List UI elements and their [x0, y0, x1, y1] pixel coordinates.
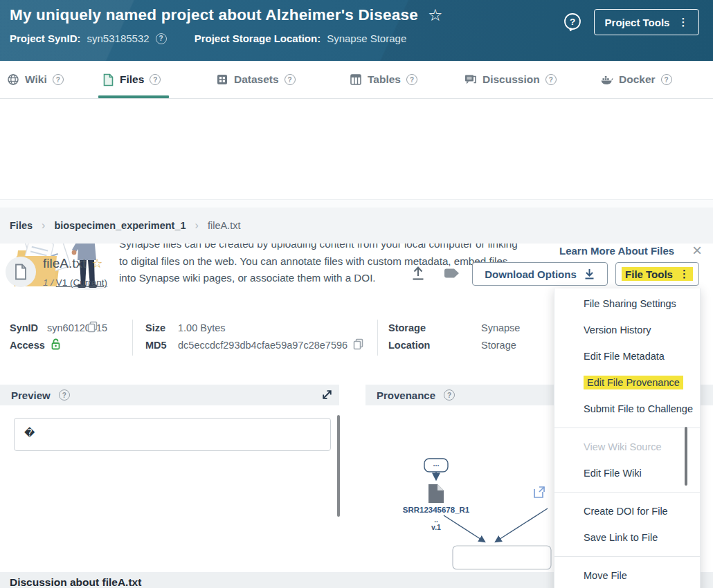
help-bubble-icon[interactable]: ?: [562, 12, 583, 33]
download-options-label: Download Options: [485, 268, 577, 280]
datasets-help-icon[interactable]: [285, 74, 296, 85]
synid-help-icon[interactable]: [156, 33, 167, 44]
annotations-button[interactable]: [443, 266, 460, 282]
tab-docker-label: Docker: [619, 73, 656, 86]
version-current-link[interactable]: V1 (Current): [56, 277, 107, 288]
menu-item-edit-file-metadata[interactable]: Edit File Metadata: [554, 343, 700, 369]
menu-item-edit-file-provenance[interactable]: Edit File Provenance: [554, 369, 700, 396]
project-synid-value: syn53185532: [87, 33, 150, 44]
entity-tab-bar: Wiki Files Datasets Tables Discussion Do…: [0, 61, 713, 99]
file-tools-button[interactable]: File Tools: [615, 262, 699, 286]
menu-item-create-doi-for-file[interactable]: Create DOI for File: [554, 498, 700, 524]
docker-help-icon[interactable]: [661, 74, 672, 85]
menu-item-label: Edit File Wiki: [584, 468, 642, 479]
table-icon: [350, 73, 362, 86]
undefined-node-label: ...: [433, 459, 439, 468]
copy-icon[interactable]: [87, 321, 98, 333]
tab-tables-label: Tables: [368, 73, 401, 86]
docker-whale-icon: [599, 73, 613, 86]
access-label: Access: [10, 340, 45, 351]
provenance-node-version: v.1: [431, 523, 441, 531]
tab-datasets-label: Datasets: [234, 73, 279, 86]
size-value: 1.00 Bytes: [178, 322, 226, 333]
tables-help-icon[interactable]: [406, 74, 417, 85]
menu-divider: [554, 556, 700, 557]
discussion-help-icon[interactable]: [545, 74, 557, 85]
file-glyph-icon: [14, 264, 28, 280]
provenance-activity-node[interactable]: [453, 546, 551, 569]
tab-files-label: Files: [120, 73, 144, 86]
file-favorite-star-icon[interactable]: ☆: [91, 257, 102, 270]
menu-item-label: Version History: [584, 324, 651, 336]
provenance-help-icon[interactable]: [444, 389, 455, 401]
datasets-grid-icon: [216, 73, 228, 86]
menu-item-version-history[interactable]: Version History: [554, 317, 700, 343]
kebab-menu-icon: [679, 268, 689, 280]
wiki-help-icon[interactable]: [53, 74, 64, 85]
storage-value-line2: Storage: [481, 340, 516, 351]
menu-item-submit-file-to-challenge[interactable]: Submit File to Challenge: [554, 396, 700, 422]
menu-item-file-sharing-settings[interactable]: File Sharing Settings: [554, 291, 700, 317]
md5-value: dc5eccdcf293db4cfae59a97c28e7596: [178, 340, 348, 351]
file-avatar: [6, 257, 36, 287]
file-tools-dropdown-menu: File Sharing Settings Version History Ed…: [554, 288, 701, 588]
preview-help-icon[interactable]: [59, 389, 70, 401]
menu-item-label: File Sharing Settings: [584, 298, 676, 309]
version-number: 1 /: [43, 277, 53, 288]
globe-icon: [7, 73, 19, 86]
tab-tables[interactable]: Tables: [350, 61, 417, 98]
download-options-button[interactable]: Download Options: [472, 262, 608, 286]
breadcrumb: Files biospecimen_experiment_1 fileA.txt: [0, 208, 713, 244]
menu-item-label: Save Link to File: [584, 532, 658, 543]
copy-icon[interactable]: [353, 338, 363, 350]
provenance-expand-icon[interactable]: [532, 485, 546, 499]
synapse-file-page: My uniquely named project about Alzheime…: [0, 0, 713, 588]
project-title-text: My uniquely named project about Alzheime…: [10, 6, 418, 24]
tab-wiki-label: Wiki: [25, 73, 47, 86]
metadata-divider: [132, 320, 133, 356]
tab-discussion-label: Discussion: [482, 73, 540, 86]
upload-icon: [410, 265, 426, 281]
synid-value: syn60120415: [47, 322, 107, 333]
breadcrumb-files[interactable]: Files: [10, 220, 33, 231]
menu-item-move-file[interactable]: Move File: [554, 562, 700, 588]
menu-item-label: View Wiki Source: [584, 441, 662, 452]
storage-value-line1: Synapse: [481, 322, 520, 333]
access-open-lock-icon[interactable]: [51, 338, 61, 350]
chevron-right-icon: [42, 219, 45, 232]
file-icon: [102, 73, 114, 86]
menu-item-save-link-to-file[interactable]: Save Link to File: [554, 524, 700, 551]
file-tools-label: File Tools: [625, 268, 673, 280]
preview-scrollbar[interactable]: [337, 415, 340, 517]
project-title: My uniquely named project about Alzheime…: [10, 5, 443, 24]
project-tools-label: Project Tools: [605, 17, 670, 28]
project-tools-button[interactable]: Project Tools: [594, 9, 699, 35]
tab-datasets[interactable]: Datasets: [216, 61, 296, 98]
menu-item-view-wiki-source: View Wiki Source: [554, 434, 700, 460]
storage-location-value: Synapse Storage: [327, 33, 406, 44]
breadcrumb-folder[interactable]: biospecimen_experiment_1: [54, 220, 186, 231]
tab-files[interactable]: Files: [102, 61, 161, 98]
learn-more-link[interactable]: Learn More About Files: [559, 245, 674, 257]
banner-close-icon[interactable]: ×: [692, 241, 702, 260]
synid-label: SynID: [10, 322, 38, 333]
provenance-edge: [444, 515, 485, 542]
favorite-star-icon[interactable]: ☆: [428, 6, 443, 25]
file-preview-content: �: [14, 418, 331, 451]
storage-label-line2: Location: [388, 340, 430, 351]
preview-expand-icon[interactable]: [321, 389, 333, 401]
menu-item-edit-file-wiki[interactable]: Edit File Wiki: [554, 460, 700, 486]
upload-button[interactable]: [410, 265, 426, 283]
tab-docker[interactable]: Docker: [599, 61, 672, 98]
menu-scrollbar[interactable]: [685, 427, 687, 486]
menu-item-label-highlighted: Edit File Provenance: [584, 376, 683, 389]
breadcrumb-current-file: fileA.txt: [208, 220, 241, 231]
storage-location-label: Project Storage Location:: [195, 33, 321, 44]
provenance-file-node[interactable]: [428, 484, 444, 503]
tab-wiki[interactable]: Wiki: [7, 61, 64, 98]
tab-discussion[interactable]: Discussion: [464, 61, 557, 98]
preview-panel-header: Preview: [0, 385, 339, 405]
project-synid-label: Project SynID:: [10, 33, 81, 44]
provenance-node-label[interactable]: SRR12345678_R1: [403, 506, 470, 514]
files-help-icon[interactable]: [150, 74, 161, 85]
